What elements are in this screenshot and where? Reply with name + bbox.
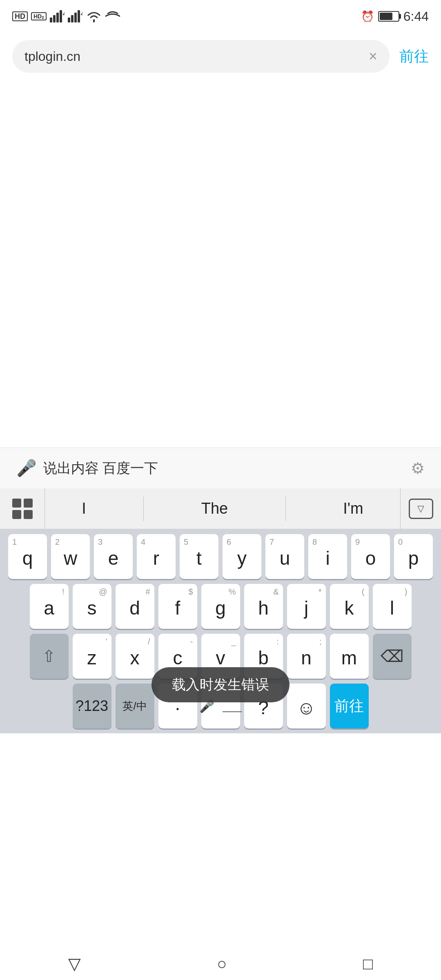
- svg-rect-3: [60, 10, 62, 22]
- emoji-label: ☺: [297, 697, 316, 719]
- key-x[interactable]: / x: [116, 634, 154, 679]
- signal-4g2-icon: 4G: [68, 10, 82, 22]
- key-n[interactable]: ; n: [287, 634, 326, 679]
- mic-icon: 🎤: [16, 459, 37, 478]
- status-left: HD HD₂ 4G 4G: [12, 10, 120, 22]
- suggestions-list: I The I'm: [45, 497, 400, 521]
- signal-4g-icon: 4G: [50, 10, 65, 22]
- key-e[interactable]: 3 e: [94, 534, 133, 579]
- backspace-key[interactable]: ⌫: [373, 634, 412, 679]
- emoji-key[interactable]: ☺: [287, 684, 326, 728]
- error-message: 载入时发生错误: [151, 667, 290, 702]
- num-key[interactable]: ?123: [73, 684, 111, 728]
- main-content: [0, 80, 441, 448]
- url-text: tplogin.cn: [24, 49, 362, 64]
- svg-rect-2: [56, 13, 59, 22]
- keyboard-hide-button[interactable]: [400, 488, 441, 529]
- key-j[interactable]: * j: [287, 584, 326, 629]
- key-h[interactable]: & h: [244, 584, 283, 629]
- backspace-icon: ⌫: [381, 647, 404, 666]
- shift-icon: ⇧: [42, 647, 56, 666]
- suggestion-the[interactable]: The: [201, 500, 228, 517]
- key-row-2: ! a @ s # d $ f % g & h * j ( k: [3, 584, 438, 629]
- suggestion-i[interactable]: I: [82, 500, 86, 517]
- go-key[interactable]: 前往: [330, 684, 369, 728]
- voice-search-bar[interactable]: 🎤 说出内容 百度一下 ⚙: [0, 448, 441, 488]
- key-f[interactable]: $ f: [158, 584, 197, 629]
- status-right: ⏰ 6:44: [361, 9, 429, 24]
- go-label: 前往: [334, 696, 364, 716]
- key-a[interactable]: ! a: [30, 584, 69, 629]
- divider1: [143, 497, 144, 521]
- address-bar-container: tplogin.cn × 前往: [0, 33, 441, 80]
- voice-search-text: 说出内容 百度一下: [43, 459, 158, 478]
- keyboard-hide-icon: [409, 499, 433, 519]
- address-bar[interactable]: tplogin.cn ×: [12, 40, 390, 73]
- nav-bar: ▽ ○ □: [0, 947, 441, 980]
- battery-container: [378, 11, 399, 22]
- nfc-icon: [105, 10, 120, 22]
- nav-back-button[interactable]: ▽: [68, 954, 81, 973]
- svg-text:4G: 4G: [81, 11, 82, 17]
- key-row-1: 1 q 2 w 3 e 4 r 5 t 6 y 7 u 8 i: [3, 534, 438, 579]
- suggestion-im[interactable]: I'm: [343, 500, 363, 517]
- divider2: [285, 497, 286, 521]
- shift-key[interactable]: ⇧: [30, 634, 69, 679]
- key-i[interactable]: 8 i: [308, 534, 347, 579]
- key-p[interactable]: 0 p: [394, 534, 433, 579]
- apps-icon-button[interactable]: [0, 488, 45, 529]
- lang-label: 英/中: [122, 699, 147, 713]
- time-display: 6:44: [403, 9, 429, 24]
- key-s[interactable]: @ s: [73, 584, 111, 629]
- svg-rect-7: [74, 13, 77, 22]
- key-l[interactable]: ) l: [373, 584, 412, 629]
- key-o[interactable]: 9 o: [351, 534, 390, 579]
- hd-badge2: HD₂: [31, 12, 47, 20]
- nav-home-button[interactable]: ○: [217, 955, 227, 973]
- settings-icon[interactable]: ⚙: [411, 459, 425, 477]
- key-r[interactable]: 4 r: [137, 534, 176, 579]
- key-k[interactable]: ( k: [330, 584, 369, 629]
- clear-button[interactable]: ×: [369, 48, 377, 65]
- key-y[interactable]: 6 y: [223, 534, 261, 579]
- key-q[interactable]: 1 q: [8, 534, 47, 579]
- key-z[interactable]: ' z: [73, 634, 111, 679]
- voice-search-content: 🎤 说出内容 百度一下: [16, 459, 158, 478]
- apps-grid: [12, 499, 33, 519]
- forward-button[interactable]: 前往: [399, 47, 429, 67]
- nav-recent-button[interactable]: □: [363, 955, 373, 973]
- lang-key[interactable]: 英/中: [116, 684, 154, 728]
- svg-rect-6: [71, 15, 74, 22]
- svg-rect-0: [50, 18, 52, 22]
- battery-icon: [378, 11, 399, 22]
- status-bar: HD HD₂ 4G 4G ⏰: [0, 0, 441, 33]
- battery-fill: [380, 13, 392, 20]
- key-u[interactable]: 7 u: [265, 534, 304, 579]
- key-g[interactable]: % g: [201, 584, 240, 629]
- svg-rect-8: [78, 10, 80, 22]
- svg-text:4G: 4G: [63, 11, 65, 17]
- key-m[interactable]: m: [330, 634, 369, 679]
- key-w[interactable]: 2 w: [51, 534, 90, 579]
- svg-rect-1: [53, 15, 56, 22]
- wifi-icon: [86, 10, 102, 22]
- hd-badge: HD: [12, 11, 28, 21]
- keyboard: 1 q 2 w 3 e 4 r 5 t 6 y 7 u 8 i: [0, 529, 441, 733]
- key-t[interactable]: 5 t: [180, 534, 218, 579]
- key-d[interactable]: # d: [116, 584, 154, 629]
- svg-rect-5: [68, 18, 70, 22]
- suggestions-bar: I The I'm: [0, 488, 441, 529]
- num-label: ?123: [76, 697, 108, 715]
- alarm-icon: ⏰: [361, 10, 374, 23]
